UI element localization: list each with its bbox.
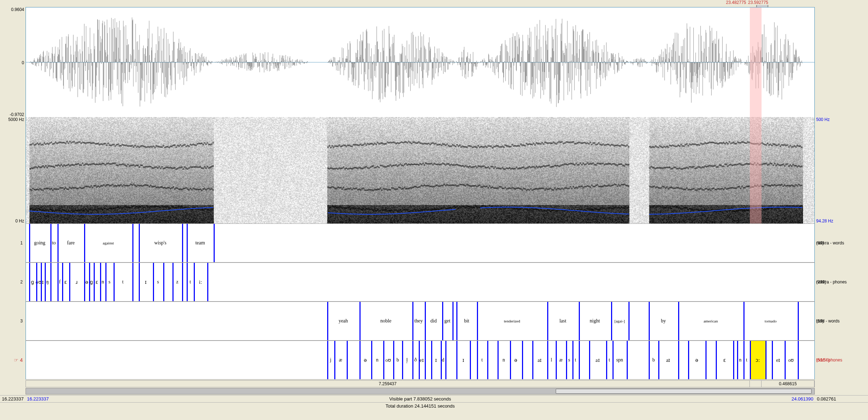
interval-segment[interactable]: ɪ bbox=[139, 263, 153, 301]
horizontal-scrollbar[interactable] bbox=[26, 388, 815, 394]
interval-segment[interactable]: ə bbox=[510, 341, 522, 379]
interval-boundary[interactable] bbox=[187, 263, 188, 301]
interval-segment[interactable]: wisp's bbox=[139, 224, 182, 262]
interval-boundary[interactable] bbox=[606, 341, 607, 379]
interval-segment[interactable]: n bbox=[498, 341, 510, 379]
interval-boundary[interactable] bbox=[477, 341, 478, 379]
interval-segment[interactable]: ɪ bbox=[456, 341, 470, 379]
interval-boundary[interactable] bbox=[445, 341, 446, 379]
interval-segment[interactable]: b bbox=[393, 341, 402, 379]
interval-segment[interactable]: by bbox=[649, 302, 678, 340]
interval-boundary[interactable] bbox=[612, 341, 614, 379]
interval-boundary[interactable] bbox=[649, 341, 650, 379]
interval-boundary[interactable] bbox=[371, 341, 372, 379]
interval-boundary[interactable] bbox=[743, 341, 745, 379]
interval-boundary[interactable] bbox=[547, 341, 548, 379]
interval-boundary[interactable] bbox=[132, 263, 133, 301]
interval-boundary[interactable] bbox=[359, 302, 361, 340]
interval-segment[interactable]: [agai-] bbox=[611, 302, 628, 340]
interval-segment[interactable]: æ bbox=[556, 341, 566, 379]
interval-segment[interactable]: noble bbox=[359, 302, 412, 340]
interval-segment[interactable]: tenderized bbox=[477, 302, 547, 340]
interval-boundary[interactable] bbox=[62, 263, 63, 301]
interval-segment[interactable]: going bbox=[29, 224, 50, 262]
interval-boundary[interactable] bbox=[214, 224, 215, 262]
interval-boundary[interactable] bbox=[579, 341, 580, 379]
interval-boundary[interactable] bbox=[139, 224, 140, 262]
interval-boundary[interactable] bbox=[678, 341, 679, 379]
interval-boundary[interactable] bbox=[798, 341, 799, 379]
interval-boundary[interactable] bbox=[105, 263, 106, 301]
interval-boundary[interactable] bbox=[589, 341, 590, 379]
interval-segment[interactable]: aɪ bbox=[658, 341, 678, 379]
interval-segment[interactable]: oʊ bbox=[785, 341, 798, 379]
interval-boundary[interactable] bbox=[69, 263, 70, 301]
interval-segment[interactable]: oʊ bbox=[383, 341, 394, 379]
interval-boundary[interactable] bbox=[334, 341, 335, 379]
interval-boundary[interactable] bbox=[765, 341, 767, 379]
interval-boundary[interactable] bbox=[84, 263, 85, 301]
interval-boundary[interactable] bbox=[547, 302, 548, 340]
interval-boundary[interactable] bbox=[402, 341, 403, 379]
interval-boundary[interactable] bbox=[772, 341, 773, 379]
tier1-words[interactable]: goingtofareagainstwisp'steam bbox=[26, 223, 815, 262]
interval-boundary[interactable] bbox=[733, 341, 734, 379]
interval-boundary[interactable] bbox=[139, 263, 140, 301]
interval-boundary[interactable] bbox=[36, 263, 37, 301]
interval-boundary[interactable] bbox=[566, 341, 567, 379]
interval-boundary[interactable] bbox=[487, 341, 488, 379]
interval-segment[interactable]: yeah bbox=[327, 302, 359, 340]
interval-boundary[interactable] bbox=[419, 341, 420, 379]
interval-boundary[interactable] bbox=[425, 341, 426, 379]
interval-boundary[interactable] bbox=[89, 263, 90, 301]
interval-boundary[interactable] bbox=[737, 341, 738, 379]
interval-boundary[interactable] bbox=[194, 263, 195, 301]
interval-segment[interactable]: tornado bbox=[743, 302, 798, 340]
interval-segment[interactable]: z bbox=[172, 263, 182, 301]
interval-segment[interactable]: ɔː bbox=[750, 341, 765, 379]
tier4-phones[interactable]: jæənoʊbl̩ðeɪɪdɪtnəaɪlæstaɪtspnbaɪəɛntɔːe… bbox=[26, 341, 815, 380]
interval-boundary[interactable] bbox=[456, 302, 457, 340]
interval-segment[interactable]: ɹ bbox=[69, 263, 84, 301]
interval-segment[interactable]: t bbox=[477, 341, 487, 379]
interval-segment[interactable]: s bbox=[153, 263, 163, 301]
interval-boundary[interactable] bbox=[678, 302, 679, 340]
interval-segment[interactable]: get bbox=[442, 302, 452, 340]
interval-segment[interactable]: æ bbox=[334, 341, 347, 379]
interval-boundary[interactable] bbox=[510, 341, 511, 379]
interval-segment[interactable]: t bbox=[114, 263, 132, 301]
interval-segment[interactable]: fare bbox=[57, 224, 84, 262]
interval-boundary[interactable] bbox=[327, 302, 328, 340]
visible-part-label[interactable]: Visible part 7.838052 seconds bbox=[389, 396, 451, 402]
interval-boundary[interactable] bbox=[798, 302, 799, 340]
tier3-words[interactable]: yeahnobletheydidgetbittenderizedlastnigh… bbox=[26, 302, 815, 341]
waveform-display[interactable] bbox=[26, 7, 815, 117]
interval-boundary[interactable] bbox=[750, 341, 751, 379]
interval-boundary[interactable] bbox=[425, 302, 426, 340]
interval-boundary[interactable] bbox=[785, 341, 786, 379]
interval-boundary[interactable] bbox=[705, 341, 707, 379]
interval-boundary[interactable] bbox=[182, 263, 183, 301]
interval-boundary[interactable] bbox=[522, 341, 523, 379]
interval-boundary[interactable] bbox=[412, 341, 413, 379]
interval-segment[interactable]: b bbox=[649, 341, 658, 379]
interval-boundary[interactable] bbox=[393, 341, 394, 379]
interval-boundary[interactable] bbox=[57, 224, 59, 262]
interval-segment[interactable]: l̩ bbox=[402, 341, 412, 379]
selection-duration-cell[interactable] bbox=[750, 381, 762, 387]
interval-boundary[interactable] bbox=[743, 302, 745, 340]
spectrogram-display[interactable] bbox=[26, 117, 815, 223]
interval-boundary[interactable] bbox=[383, 341, 384, 379]
interval-boundary[interactable] bbox=[412, 302, 413, 340]
interval-boundary[interactable] bbox=[327, 341, 328, 379]
interval-segment[interactable]: ɪ bbox=[431, 341, 441, 379]
interval-boundary[interactable] bbox=[347, 341, 348, 379]
interval-segment[interactable]: iː bbox=[194, 263, 207, 301]
interval-boundary[interactable] bbox=[172, 263, 174, 301]
time-segment-bar[interactable]: 7.259437 0.468615 bbox=[26, 380, 815, 387]
interval-segment[interactable]: against bbox=[84, 224, 132, 262]
interval-boundary[interactable] bbox=[649, 302, 650, 340]
interval-boundary[interactable] bbox=[29, 224, 30, 262]
interval-boundary[interactable] bbox=[100, 263, 101, 301]
interval-boundary[interactable] bbox=[532, 341, 533, 379]
